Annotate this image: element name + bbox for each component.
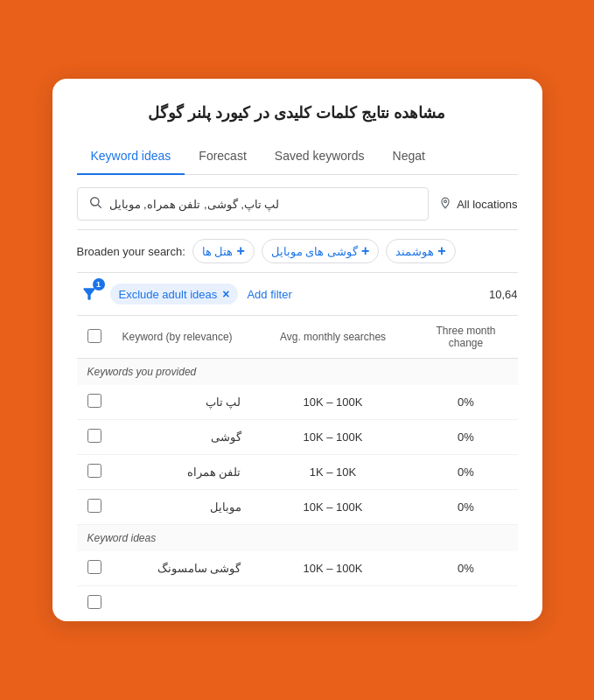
svg-point-0 bbox=[90, 198, 98, 206]
location-icon bbox=[439, 197, 451, 212]
add-filter-button[interactable]: Add filter bbox=[247, 288, 291, 301]
tab-negat[interactable]: Negat bbox=[379, 140, 439, 175]
results-count: 10,64 bbox=[489, 288, 518, 301]
tab-forecast[interactable]: Forecast bbox=[185, 140, 260, 175]
change-cell-1: 0% bbox=[415, 385, 518, 420]
broaden-chip-label-2: گوشی های موبایل bbox=[271, 245, 358, 258]
search-icon bbox=[88, 195, 102, 213]
search-box[interactable]: لپ تاپ, گوشی, تلفن همراه, موبایل bbox=[77, 187, 430, 220]
avg-cell-4: 10K – 100K bbox=[252, 490, 415, 525]
row-checkbox-cell-6 bbox=[77, 586, 112, 621]
exclude-chip-label: Exclude adult ideas bbox=[119, 288, 218, 301]
row-checkbox-cell-3 bbox=[77, 455, 112, 490]
filter-badge: 1 bbox=[93, 278, 105, 290]
keyword-cell-2: گوشی bbox=[112, 420, 252, 455]
change-cell-6 bbox=[415, 586, 518, 621]
header-checkbox-cell bbox=[77, 316, 112, 359]
broaden-chip-label-1: هتل ها bbox=[202, 245, 234, 258]
table-row: گوشی 10K – 100K 0% bbox=[77, 420, 518, 455]
tab-keyword-ideas[interactable]: Keyword ideas bbox=[77, 140, 185, 175]
broaden-label: Broaden your search: bbox=[77, 245, 185, 258]
keyword-cell-4: موبایل bbox=[112, 490, 252, 525]
location-selector[interactable]: All locations bbox=[439, 197, 517, 212]
page-title: مشاهده نتایج کلمات کلیدی در کیورد پلنر گ… bbox=[77, 103, 518, 122]
table-row: گوشی سامسونگ 10K – 100K 0% bbox=[77, 551, 518, 586]
plus-icon-1: + bbox=[236, 243, 244, 259]
plus-icon-3: + bbox=[437, 243, 445, 259]
svg-line-1 bbox=[98, 205, 101, 208]
search-query: لپ تاپ, گوشی, تلفن همراه, موبایل bbox=[109, 198, 280, 211]
keyword-cell-3: تلفن همراه bbox=[112, 455, 252, 490]
location-label: All locations bbox=[457, 198, 517, 211]
header-three-month-change: Three monthchange bbox=[415, 316, 518, 359]
row-checkbox-cell-5 bbox=[77, 551, 112, 586]
keyword-cell-1: لپ تاپ bbox=[112, 385, 252, 420]
table-row: موبایل 10K – 100K 0% bbox=[77, 490, 518, 525]
change-cell-2: 0% bbox=[415, 420, 518, 455]
keywords-table-wrapper: Keyword (by relevance) Avg. monthly sear… bbox=[52, 316, 542, 621]
section-ideas-label: Keyword ideas bbox=[77, 525, 518, 552]
table-row: لپ تاپ 10K – 100K 0% bbox=[77, 385, 518, 420]
broaden-chip-2[interactable]: + گوشی های موبایل bbox=[262, 239, 380, 263]
broaden-chip-label-3: هوشمند bbox=[395, 245, 434, 258]
keywords-table: Keyword (by relevance) Avg. monthly sear… bbox=[77, 316, 518, 621]
section-ideas: Keyword ideas bbox=[77, 525, 518, 552]
svg-point-2 bbox=[444, 200, 447, 202]
tab-saved-keywords[interactable]: Saved keywords bbox=[261, 140, 379, 175]
row-checkbox-5[interactable] bbox=[87, 560, 101, 574]
plus-icon-2: + bbox=[361, 243, 369, 259]
close-icon[interactable]: × bbox=[222, 287, 229, 301]
avg-cell-1: 10K – 100K bbox=[252, 385, 415, 420]
row-checkbox-cell-1 bbox=[77, 385, 112, 420]
keyword-cell-6 bbox=[112, 586, 252, 621]
search-area: لپ تاپ, گوشی, تلفن همراه, موبایل All loc… bbox=[77, 175, 518, 230]
change-cell-5: 0% bbox=[415, 551, 518, 586]
exclude-chip: Exclude adult ideas × bbox=[110, 284, 239, 304]
row-checkbox-cell-4 bbox=[77, 490, 112, 525]
avg-cell-5: 10K – 100K bbox=[252, 551, 415, 586]
row-checkbox-3[interactable] bbox=[87, 464, 101, 478]
header-avg-searches: Avg. monthly searches bbox=[252, 316, 415, 359]
select-all-checkbox[interactable] bbox=[87, 329, 101, 343]
change-cell-3: 0% bbox=[415, 455, 518, 490]
row-checkbox-6[interactable] bbox=[87, 595, 101, 609]
table-row: تلفن همراه 1K – 10K 0% bbox=[77, 455, 518, 490]
row-checkbox-2[interactable] bbox=[87, 429, 101, 443]
change-cell-4: 0% bbox=[415, 490, 518, 525]
broaden-area: Broaden your search: + هتل ها + گوشی های… bbox=[77, 230, 518, 273]
row-checkbox-cell-2 bbox=[77, 420, 112, 455]
row-checkbox-4[interactable] bbox=[87, 499, 101, 513]
keyword-cell-5: گوشی سامسونگ bbox=[112, 551, 252, 586]
row-checkbox-1[interactable] bbox=[87, 394, 101, 408]
table-row bbox=[77, 586, 518, 621]
section-provided: Keywords you provided bbox=[77, 359, 518, 386]
avg-cell-6 bbox=[252, 586, 415, 621]
avg-cell-2: 10K – 100K bbox=[252, 420, 415, 455]
filter-icon-wrap[interactable]: 1 bbox=[77, 282, 101, 306]
filter-row: 1 Exclude adult ideas × Add filter 10,64 bbox=[77, 273, 518, 316]
broaden-chip-3[interactable]: + هوشمند bbox=[386, 239, 455, 263]
broaden-chip-1[interactable]: + هتل ها bbox=[192, 239, 255, 263]
header-keyword: Keyword (by relevance) bbox=[112, 316, 252, 359]
main-card: مشاهده نتایج کلمات کلیدی در کیورد پلنر گ… bbox=[52, 79, 542, 621]
section-provided-label: Keywords you provided bbox=[77, 359, 518, 386]
avg-cell-3: 1K – 10K bbox=[252, 455, 415, 490]
tabs-bar: Keyword ideas Forecast Saved keywords Ne… bbox=[77, 140, 518, 175]
